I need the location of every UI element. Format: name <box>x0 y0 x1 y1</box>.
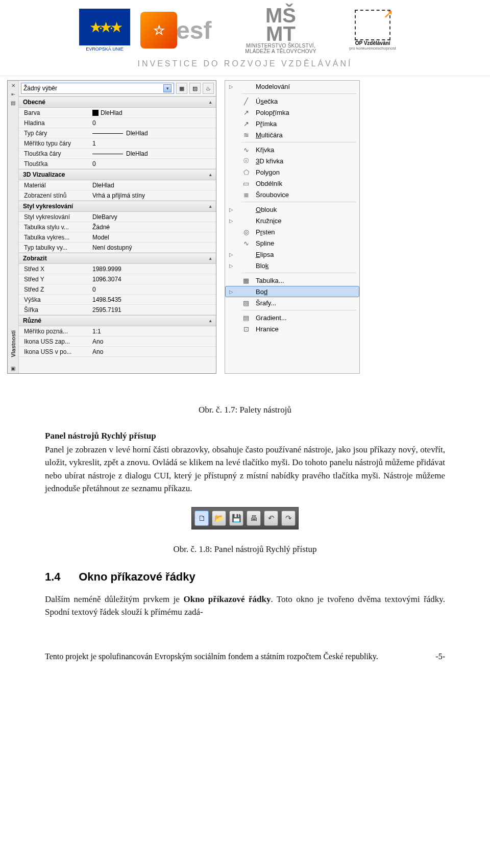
select-objects-button[interactable]: ▨ <box>189 83 201 94</box>
property-row[interactable]: Typ čáryDleHlad <box>19 128 216 138</box>
menu-item[interactable]: ▷Bod <box>225 286 359 297</box>
property-label: Měřítko typu čáry <box>19 140 90 147</box>
category-header[interactable]: Zobrazit▴ <box>19 253 216 264</box>
property-row[interactable]: Tabulka stylu v...Žádné <box>19 222 216 232</box>
property-value[interactable]: Ano <box>90 338 216 345</box>
menu-item[interactable]: ↗Polopřímka <box>225 107 359 118</box>
filter-button[interactable]: ♨ <box>203 83 214 94</box>
property-row[interactable]: Střed Y1096.3074 <box>19 274 216 284</box>
property-row[interactable]: Hladina0 <box>19 118 216 128</box>
screenshots-row: ✕ ⇤ ▤ Vlastnosti ▣ Žádný výběr ▾ ▦ ▨ ♨ O… <box>0 76 490 378</box>
property-row[interactable]: Tabulka vykres...Model <box>19 232 216 243</box>
menu-item[interactable]: ∿Spline <box>225 237 359 249</box>
menu-item[interactable]: ↗Přímka <box>225 118 359 129</box>
menu-item[interactable]: ▷Modelování <box>225 81 359 92</box>
property-row[interactable]: Styl vykreslováníDleBarvy <box>19 212 216 222</box>
category-name: Obecné <box>23 99 45 106</box>
property-value[interactable]: 0 <box>90 119 216 127</box>
category-header[interactable]: 3D Vizualizace▴ <box>19 169 216 180</box>
property-value[interactable]: DleHlad <box>90 109 216 116</box>
menu-item[interactable]: ╱Úsečka <box>225 95 359 107</box>
property-value[interactable]: Vrhá a přijímá stíny <box>90 192 216 199</box>
category-header[interactable]: Styl vykreslování▴ <box>19 201 216 212</box>
property-value[interactable]: Model <box>90 234 216 241</box>
collapse-icon[interactable]: ▴ <box>209 256 212 261</box>
property-value[interactable]: DleBarvy <box>90 213 216 221</box>
menu-item-icon: ▨ <box>241 299 251 307</box>
undo-button[interactable]: ↶ <box>264 511 278 526</box>
menu-item[interactable]: ∿Křivka <box>225 144 359 155</box>
open-button[interactable]: 📂 <box>212 511 226 526</box>
property-row[interactable]: Zobrazení stínůVrhá a přijímá stíny <box>19 190 216 201</box>
menu-item[interactable]: ▭Obdélník <box>225 178 359 189</box>
property-row[interactable]: Tloušťka čáryDleHlad <box>19 149 216 159</box>
new-button[interactable]: 🗋 <box>194 511 209 526</box>
menu-item[interactable]: ⬠Polygon <box>225 166 359 178</box>
property-value[interactable]: 0 <box>90 160 216 167</box>
category-header[interactable]: Obecné▴ <box>19 97 216 108</box>
menu-separator <box>241 273 356 273</box>
property-value[interactable]: Není dostupný <box>90 244 216 251</box>
property-value[interactable]: 2595.7191 <box>90 306 216 314</box>
property-label: Typ čáry <box>19 130 90 137</box>
menu-item-label: Polopřímka <box>256 109 357 116</box>
collapse-icon[interactable]: ▴ <box>209 318 212 323</box>
menu-item[interactable]: ≣Šroubovice <box>225 189 359 200</box>
paragraph-1: Panel je zobrazen v levé horní části obr… <box>45 443 445 495</box>
property-value[interactable]: Ano <box>90 348 216 355</box>
figure-caption-1: Obr. č. 1.7: Palety nástrojů <box>45 403 445 416</box>
menu-item[interactable]: ⦾3D křivka <box>225 155 359 166</box>
property-row[interactable]: Střed Z0 <box>19 284 216 295</box>
redo-button[interactable]: ↷ <box>281 511 296 526</box>
property-value[interactable]: 0 <box>90 286 216 293</box>
menu-item[interactable]: ▨Šrafy... <box>225 297 359 308</box>
property-row[interactable]: Tloušťka0 <box>19 159 216 169</box>
menu-separator <box>241 142 356 142</box>
property-row[interactable]: Měřítko typu čáry1 <box>19 138 216 149</box>
property-row[interactable]: Typ tabulky vy...Není dostupný <box>19 243 216 253</box>
menu-item[interactable]: ⊡Hranice <box>225 323 359 334</box>
property-value[interactable]: DleHlad <box>90 150 216 157</box>
menu-item[interactable]: ≋Multičára <box>225 129 359 140</box>
save-button[interactable]: 💾 <box>229 511 243 526</box>
property-label: Střed X <box>19 266 90 273</box>
menu-item[interactable]: ◎Prsten <box>225 226 359 237</box>
property-value[interactable]: 1989.9999 <box>90 266 216 273</box>
menu-item[interactable]: ▷Blok <box>225 260 359 271</box>
options-icon[interactable]: ▣ <box>11 366 15 371</box>
property-row[interactable]: MateriálDleHlad <box>19 180 216 190</box>
property-row[interactable]: BarvaDleHlad <box>19 108 216 118</box>
category-header[interactable]: Různé▴ <box>19 315 216 326</box>
quick-select-button[interactable]: ▦ <box>176 83 187 94</box>
property-row[interactable]: Ikona USS zap...Ano <box>19 336 216 347</box>
print-button[interactable]: 🖶 <box>247 511 261 526</box>
menu-item[interactable]: ▦Tabulka... <box>225 275 359 286</box>
property-row[interactable]: Výška1498.5435 <box>19 295 216 305</box>
menu-item[interactable]: ▤Gradient... <box>225 312 359 323</box>
property-value[interactable]: DleHlad <box>90 182 216 189</box>
menu-item[interactable]: ▷Kružnice <box>225 215 359 226</box>
collapse-icon[interactable]: ▴ <box>209 204 212 209</box>
selection-dropdown[interactable]: Žádný výběr ▾ <box>21 83 174 94</box>
property-label: Šířka <box>19 306 90 314</box>
collapse-icon[interactable]: ▴ <box>209 172 212 177</box>
property-row[interactable]: Ikona USS v po...Ano <box>19 347 216 357</box>
property-value[interactable]: DleHlad <box>90 130 216 137</box>
submenu-arrow-icon: ▷ <box>229 289 236 295</box>
collapse-icon[interactable]: ▴ <box>209 100 212 105</box>
menu-item-icon: ▭ <box>241 180 251 187</box>
property-value[interactable]: Žádné <box>90 224 216 231</box>
property-value[interactable]: 1 <box>90 140 216 147</box>
chevron-down-icon[interactable]: ▾ <box>163 84 172 92</box>
property-row[interactable]: Šířka2595.7191 <box>19 305 216 315</box>
close-icon[interactable]: ✕ <box>11 83 15 88</box>
property-row[interactable]: Střed X1989.9999 <box>19 264 216 274</box>
dock-icon[interactable]: ⇤ <box>11 91 15 97</box>
property-row[interactable]: Měřítko pozná...1:1 <box>19 326 216 336</box>
property-value[interactable]: 1:1 <box>90 328 216 335</box>
property-value[interactable]: 1498.5435 <box>90 296 216 303</box>
property-value[interactable]: 1096.3074 <box>90 276 216 283</box>
menu-icon[interactable]: ▤ <box>11 100 15 106</box>
menu-item[interactable]: ▷Oblouk <box>225 204 359 215</box>
menu-item[interactable]: ▷Elipsa <box>225 249 359 260</box>
